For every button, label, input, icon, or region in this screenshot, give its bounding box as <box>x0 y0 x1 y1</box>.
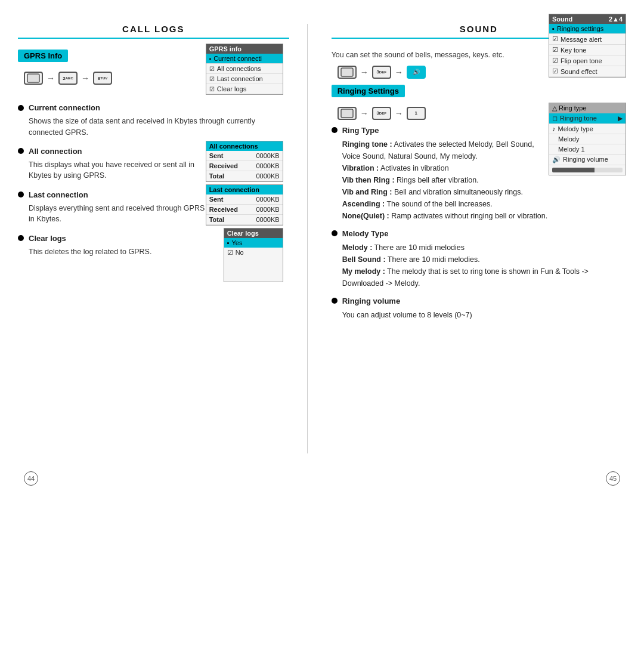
vib-ring-label: Vib then Ring : <box>342 176 395 184</box>
sound-phone-svg <box>340 67 354 77</box>
bullet-dot-2 <box>18 148 24 154</box>
yes-indicator: ▪ <box>227 239 230 246</box>
total-label: Total <box>206 171 247 181</box>
bullet-dot-1 <box>18 105 24 111</box>
sound-menu-flip[interactable]: ☑ Flip open tone <box>549 55 626 66</box>
table-row: Sent 0000KB <box>206 194 283 205</box>
bell-sound-desc: Bell Sound : There are 10 midi melodies. <box>342 254 626 265</box>
table-row: Sent 0000KB <box>206 151 283 161</box>
gprs-menu-item-all[interactable]: ☑ All connections <box>206 64 283 74</box>
sound-menu-effect[interactable]: ☑ Sound effect <box>549 66 626 77</box>
clear-panel-no[interactable]: ☑ No <box>224 248 283 258</box>
clear-panel-yes[interactable]: ▪ Yes <box>224 238 283 248</box>
flip-check-icon: ☑ <box>552 57 558 64</box>
gprs-menu-panel: GPRS info ▪ Current connecti ☑ All conne… <box>206 44 283 95</box>
last-connection-section: Last connection Sent 0000KB Received 000… <box>18 190 289 226</box>
clear-panel-title: Clear logs <box>224 229 283 238</box>
melody-desc: Melody : There are 10 midi melodies <box>342 242 626 254</box>
ring-item-melody[interactable]: Melody <box>549 134 626 144</box>
sound-menu-ringing[interactable]: ▪ Ringing settings <box>549 24 626 34</box>
sound-menu-page: 2▲4 <box>609 16 623 23</box>
ring-item-volume[interactable]: 🔊 Ringing volume <box>549 155 626 165</box>
right-page-num: 45 <box>606 471 620 486</box>
all-connections-table: Sent 0000KB Received 0000KB Total 0000KB <box>206 151 283 181</box>
ascending-desc: Ascending : The sound of the bell increa… <box>342 198 626 210</box>
vib-ring-desc: Vib then Ring : Rings bell after vibrati… <box>342 174 626 186</box>
ringing-selected-icon: ▪ <box>552 25 555 32</box>
gprs-menu-item-clear[interactable]: ☑ Clear logs <box>206 84 283 94</box>
received-label: Received <box>206 160 247 171</box>
sound-phone-row: → 3DEF → 🔊 <box>338 66 549 79</box>
key-check-icon: ☑ <box>552 46 558 54</box>
arrow-2: → <box>81 73 89 83</box>
vibration-label: Vibration : <box>342 164 379 172</box>
current-connection-heading: Current connection <box>18 103 289 112</box>
sound-menu-label: Sound <box>552 16 572 23</box>
none-desc: None(Quiet) : Ramp activates without rin… <box>342 210 626 222</box>
current-selected-icon: ▪ <box>209 55 212 62</box>
current-connection-text: Shows the size of data sent and received… <box>29 116 289 138</box>
gprs-menu-title: GPRS info <box>206 44 283 54</box>
total-value: 0000KB <box>247 171 283 181</box>
last-panel-title: Last connection <box>206 185 283 194</box>
ringing-phone-icon-3: 1 <box>407 107 426 120</box>
ringing-heading: Ringing Settings <box>332 85 405 97</box>
melody-type-heading: Melody Type <box>332 229 626 238</box>
my-melody-label: My melody : <box>342 267 385 276</box>
volume-slider[interactable] <box>552 168 623 172</box>
all-panel-title: All connections <box>206 141 283 151</box>
bullet-dot-3 <box>18 192 24 197</box>
ringing-tone-label: Ringing tone : <box>342 140 392 149</box>
ring-submenu-title: △ Ring type <box>549 103 626 113</box>
effect-check-icon: ☑ <box>552 67 558 75</box>
ring-item-tone[interactable]: ◻ Ringing tone ▶ <box>549 113 626 124</box>
table-row: Received 0000KB <box>206 160 283 171</box>
all-connection-heading: All connection <box>18 147 206 156</box>
sound-arrow-1: → <box>360 67 369 77</box>
gprs-info-section: GPRS info ▪ Current connecti ☑ All conne… <box>18 50 289 95</box>
table-row: Total 0000KB <box>206 214 283 224</box>
gprs-menu-item-last[interactable]: ☑ Last connection <box>206 74 283 84</box>
phone-icon-2: 2ABC <box>58 72 78 85</box>
phone-svg-1 <box>27 73 40 83</box>
all-check-icon: ☑ <box>209 66 215 72</box>
gprs-phone-row: → 2ABC → 8TUV <box>24 72 206 85</box>
ringing-volume-heading: Ringing volume <box>332 297 626 305</box>
my-melody-desc: My melody : The melody that is set to ri… <box>342 265 626 289</box>
sound-menu-key[interactable]: ☑ Key tone <box>549 45 626 55</box>
phone-icon-3: 8TUV <box>93 72 112 85</box>
ringing-phone-icon-1 <box>338 107 357 120</box>
ring-item-melody1[interactable]: Melody 1 <box>549 144 626 155</box>
sound-phone-icon-2: 3DEF <box>372 66 391 79</box>
ascending-label: Ascending : <box>342 200 385 208</box>
volume-icon: 🔊 <box>552 156 561 163</box>
svg-text:🔊: 🔊 <box>413 68 420 76</box>
ring-item-melody-type[interactable]: ♪ Melody type <box>549 124 626 134</box>
gprs-menu-item-current[interactable]: ▪ Current connecti <box>206 54 283 64</box>
bullet-dot-ring <box>332 127 338 133</box>
gprs-heading: GPRS Info <box>18 50 68 62</box>
no-check-icon: ☑ <box>227 249 233 257</box>
last-check-icon: ☑ <box>209 76 215 82</box>
sound-menu-title: Sound 2▲4 <box>549 14 626 24</box>
bullet-dot-volume <box>332 298 338 304</box>
call-logs-title: CALL LOGS <box>18 24 289 34</box>
left-divider <box>18 38 289 39</box>
last-received-value: 0000KB <box>247 204 283 214</box>
arrow-1: → <box>47 73 55 83</box>
left-page-num: 44 <box>24 471 38 486</box>
clear-logs-section: Clear logs ▪ Yes ☑ No Clear logs This de… <box>18 234 289 282</box>
bullet-dot-4 <box>18 235 24 241</box>
last-connection-heading: Last connection <box>18 190 206 199</box>
right-panel: SOUND Sound 2▲4 ▪ Ringing settings ☑ Mes… <box>308 24 626 453</box>
ringing-volume-text: You can adjust volume to 8 levels (0~7) <box>342 309 626 321</box>
last-sent-value: 0000KB <box>247 194 283 205</box>
message-check-icon: ☑ <box>552 35 558 43</box>
svg-rect-3 <box>341 109 353 118</box>
sound-menu-message[interactable]: ☑ Message alert <box>549 34 626 45</box>
clear-panel-spacer <box>224 258 283 282</box>
sound-phone-icon-3: 🔊 <box>407 66 426 79</box>
sent-value: 0000KB <box>247 151 283 161</box>
last-connection-panel: Last connection Sent 0000KB Received 000… <box>206 184 283 226</box>
ringing-phone-icon-2: 3DEF <box>372 107 391 120</box>
